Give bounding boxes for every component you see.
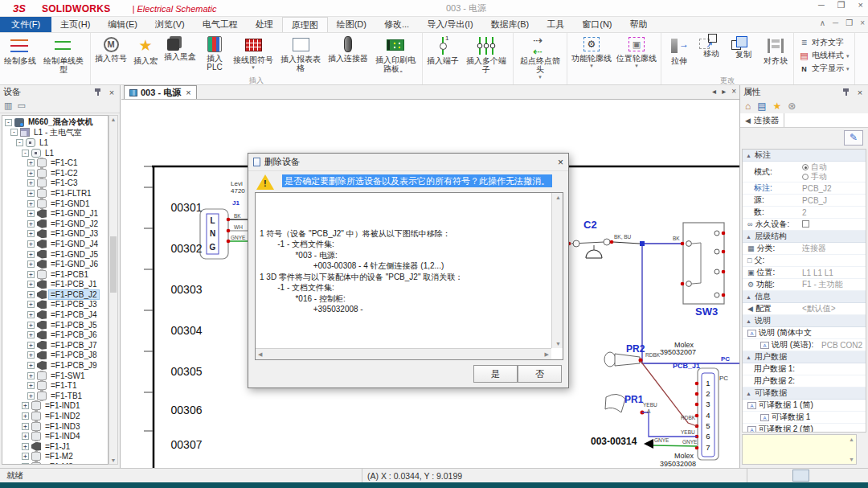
scrollbar-thumb[interactable] [110,236,117,293]
tree-item[interactable]: + =F1-IND2 [2,411,108,421]
scroll-left-icon[interactable]: ◀ [258,351,262,358]
menu-tab[interactable]: 帮助 [621,17,657,32]
config-value[interactable]: <默认值> [800,303,866,314]
wiring-diagram-symbol-button[interactable]: 接线图符号 ▾ [231,34,276,71]
tab-prev-icon[interactable]: ◂ [712,87,716,96]
tree-item[interactable]: + =F1-PCB1 [2,269,108,280]
tab-next-icon[interactable]: ▸ [722,87,726,96]
tree-expander-icon[interactable]: - [10,129,18,136]
no-button[interactable]: 否 [518,365,562,383]
tree-expander-icon[interactable]: + [22,453,29,460]
tree-item[interactable]: + =F1-M2 [2,452,108,462]
doc-minimize-icon[interactable]: ─ [833,18,838,27]
tree-expander-icon[interactable]: - [5,119,12,126]
tree-item[interactable]: + =F1-PCB_J6 [2,330,108,340]
wireframe-icon[interactable] [774,470,791,482]
tree-expander-icon[interactable]: + [27,392,35,400]
tree-expander-icon[interactable]: + [27,311,35,318]
scroll-up-icon[interactable]: ▲ [555,195,561,200]
tree-item[interactable]: + =F1-GND_J2 [2,219,108,229]
cursor-icon[interactable] [792,470,809,482]
menu-tab[interactable]: 主页(H) [51,17,99,32]
align-block-button[interactable]: 对齐块 ▾ [760,34,792,66]
grid-icon[interactable] [755,470,772,482]
edit-properties-button[interactable]: ✎ [844,130,863,146]
tree-expander-icon[interactable]: + [27,260,35,268]
tree-expander-icon[interactable]: + [27,251,35,258]
count-value[interactable]: 2 [800,208,866,217]
tree-expander-icon[interactable]: + [27,351,35,359]
tree-expander-icon[interactable]: + [22,463,29,465]
close-button[interactable]: × [858,0,863,10]
tab-close-icon[interactable]: × [186,88,190,97]
tree-item[interactable]: + =F1-C1 [2,158,108,168]
tab-connector[interactable]: ◀ 连接器 [740,113,784,127]
draw-singlewire-button[interactable]: 绘制单线类型 ▾ [39,34,88,75]
tree-expander-icon[interactable]: + [27,331,35,338]
tree-expander-icon[interactable]: + [27,159,35,166]
permanent-checkbox[interactable] [802,220,809,228]
tree-scrollbar[interactable]: ▲ ▼ [108,115,118,465]
panel-close-icon[interactable]: × [107,88,117,97]
pin-icon[interactable] [841,88,850,96]
insert-pcb-button[interactable]: 插入印刷电路板。 ▾ [371,34,420,74]
selection-window-icon[interactable] [829,470,846,482]
menu-tab[interactable]: 窗口(N) [573,17,620,32]
tree-item[interactable]: + =F1-GND1 [2,199,108,209]
insert-connector-button[interactable]: 插入连接器 ▾ [326,34,371,64]
insert-blackbox-button[interactable]: 插入黑盒 ▾ [162,34,199,62]
menu-tab[interactable]: 数据库(B) [482,17,538,32]
location-value[interactable]: L1 L1 L1 [800,269,866,277]
section-hierarchy[interactable]: ▲层级结构 [743,231,866,243]
tree-expander-icon[interactable]: + [27,210,35,217]
section-translatable[interactable]: ▲可译数据 [743,388,866,400]
section-info[interactable]: ▲信息 [743,291,866,303]
section-description[interactable]: ▲说明 [743,315,866,327]
document-tab[interactable]: 003 - 电源 × [124,85,197,99]
tree-expander-icon[interactable]: + [27,342,35,349]
collapse-ribbon-icon[interactable]: ∧ [820,18,825,27]
tree-expander-icon[interactable]: + [22,433,29,440]
dialog-details-box[interactable]: 1 符号（设备 "PCB_J2" 中）将被从以下图纸中移除： -1 - 文档文件… [255,192,563,360]
yes-button[interactable]: 是 [473,365,518,383]
draw-multiwire-button[interactable]: 绘制多线 ▾ [2,34,39,66]
tree-expander-icon[interactable]: + [27,271,35,278]
section-user-data[interactable]: ▲用户数据 [743,351,866,363]
tree-item[interactable]: + =F1-PCB_J7 [2,340,108,351]
align-text-button[interactable]: 对齐文字 ▾ [799,37,850,48]
doc-restore-icon[interactable]: ❐ [845,18,853,27]
menu-tab[interactable]: 处理 [247,17,282,32]
tree-item[interactable]: + =F1-J1 [2,441,108,452]
doc-close-icon[interactable]: × [860,18,865,27]
menu-tab[interactable]: 工具 [538,17,573,32]
tree-expander-icon[interactable]: + [27,190,35,197]
menu-tab[interactable]: 绘图(D) [328,17,375,32]
tree-expander-icon[interactable]: + [22,402,29,409]
tree-item[interactable]: + =F1-PCB_J8 [2,351,108,361]
device-filter-icon[interactable]: ▭ [17,100,25,111]
scroll-down-icon[interactable]: ▼ [555,341,561,347]
copy-button[interactable]: 复制 ▾ [727,34,760,59]
insert-multi-terminal-button[interactable]: 插入多个端子 ▾ [461,34,511,75]
tree-expander-icon[interactable]: + [27,291,35,298]
line-weight-icon[interactable] [811,470,828,482]
home-icon[interactable]: ⌂ [745,100,751,112]
tree-expander-icon[interactable]: + [27,362,35,369]
tree-expander-icon[interactable]: + [27,322,35,329]
tree-item[interactable]: + =F1-PCB_J5 [2,320,108,330]
tree-expander-icon[interactable]: + [27,281,35,288]
scroll-right-icon[interactable]: ▶ [545,351,549,358]
insert-symbol-button[interactable]: 插入符号 ▾ [92,34,129,64]
tree-expander-icon[interactable]: + [27,170,35,177]
function-outline-button[interactable]: 功能轮廓线 ▾ [569,34,614,69]
menu-tab[interactable]: 电气工程 [194,17,247,32]
insert-terminal-button[interactable]: 插入端子 ▾ [424,34,461,66]
tab-list-close-icon[interactable]: × [731,87,736,96]
stretch-button[interactable]: 拉伸 ▾ [663,34,695,66]
notes-box[interactable]: ▲ ▼ [742,434,857,465]
tree-expander-icon[interactable]: + [27,200,35,207]
tree-item[interactable]: + =F1-SW1 [2,371,108,381]
pin-icon[interactable] [93,88,102,96]
tree-expander-icon[interactable]: + [27,301,35,308]
tree-item[interactable]: - L1 - 主电气室 [2,128,108,138]
